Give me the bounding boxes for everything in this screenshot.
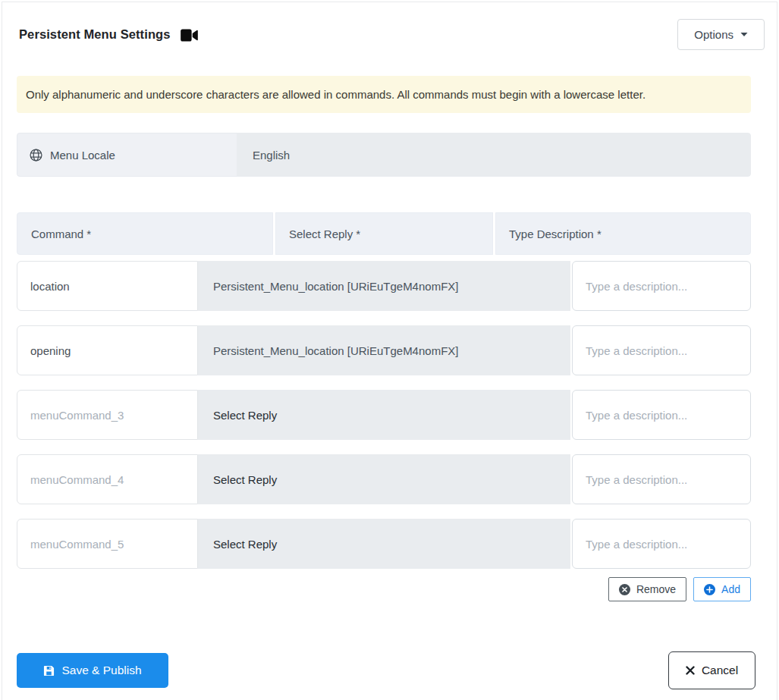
globe-icon	[30, 149, 42, 162]
menu-locale-select[interactable]: English	[237, 133, 751, 177]
description-input[interactable]	[572, 454, 751, 504]
save-publish-button[interactable]: Save & Publish	[17, 653, 168, 688]
command-input[interactable]	[17, 325, 198, 375]
remove-row-button[interactable]: Remove	[608, 577, 686, 601]
column-header-type-description: Type Description *	[495, 212, 751, 255]
footer-bar: Save & Publish Cancel	[2, 651, 777, 689]
table-body: Persistent_Menu_location [URiEuTgeM4nomF…	[17, 261, 751, 569]
save-floppy-icon	[43, 665, 55, 676]
menu-locale-bar: Menu Locale English	[17, 133, 751, 177]
table-row: Persistent_Menu_location [URiEuTgeM4nomF…	[17, 325, 751, 375]
reply-select[interactable]: Select Reply	[198, 519, 570, 569]
close-x-icon	[686, 666, 695, 675]
description-input[interactable]	[572, 261, 751, 311]
options-button-label: Options	[694, 28, 733, 41]
alert-text: Only alphanumeric and underscore charact…	[26, 88, 646, 101]
description-input[interactable]	[572, 519, 751, 569]
command-input[interactable]	[17, 519, 198, 569]
reply-select-value: Select Reply	[213, 538, 277, 551]
add-button-label: Add	[721, 583, 740, 595]
menu-locale-label-cell: Menu Locale	[17, 133, 237, 177]
column-header-select-reply: Select Reply *	[275, 212, 493, 255]
remove-button-label: Remove	[636, 583, 676, 595]
reply-select-value: Select Reply	[213, 409, 277, 422]
add-circle-plus-icon	[704, 584, 715, 595]
reply-select[interactable]: Persistent_Menu_location [URiEuTgeM4nomF…	[198, 325, 570, 375]
reply-select[interactable]: Persistent_Menu_location [URiEuTgeM4nomF…	[198, 261, 570, 311]
cancel-button[interactable]: Cancel	[668, 651, 755, 689]
description-input[interactable]	[572, 325, 751, 375]
cancel-button-label: Cancel	[702, 664, 738, 677]
description-input[interactable]	[572, 390, 751, 440]
row-actions-bar: Remove Add	[17, 577, 751, 601]
chevron-down-icon	[740, 32, 748, 37]
table-row: Select Reply	[17, 519, 751, 569]
persistent-menu-settings-panel: Persistent Menu Settings Options Only al…	[2, 2, 777, 700]
command-rules-alert: Only alphanumeric and underscore charact…	[17, 76, 751, 113]
page-title: Persistent Menu Settings	[19, 27, 171, 42]
menu-locale-value: English	[253, 149, 290, 162]
reply-select[interactable]: Select Reply	[198, 390, 570, 440]
table-row: Select Reply	[17, 390, 751, 440]
remove-circle-x-icon	[619, 584, 630, 595]
reply-select[interactable]: Select Reply	[198, 454, 570, 504]
table-row: Persistent_Menu_location [URiEuTgeM4nomF…	[17, 261, 751, 311]
column-header-command: Command *	[17, 212, 273, 255]
options-button[interactable]: Options	[677, 19, 765, 50]
reply-select-value: Select Reply	[213, 473, 277, 486]
command-input[interactable]	[17, 390, 198, 440]
video-camera-icon[interactable]	[181, 29, 198, 42]
menu-locale-label: Menu Locale	[50, 149, 115, 162]
header: Persistent Menu Settings Options	[2, 2, 777, 51]
add-row-button[interactable]: Add	[693, 577, 751, 601]
reply-select-value: Persistent_Menu_location [URiEuTgeM4nomF…	[213, 344, 458, 357]
save-publish-label: Save & Publish	[61, 664, 141, 677]
reply-select-value: Persistent_Menu_location [URiEuTgeM4nomF…	[213, 280, 458, 293]
table-header: Command * Select Reply * Type Descriptio…	[17, 212, 751, 255]
table-row: Select Reply	[17, 454, 751, 504]
command-input[interactable]	[17, 454, 198, 504]
command-input[interactable]	[17, 261, 198, 311]
